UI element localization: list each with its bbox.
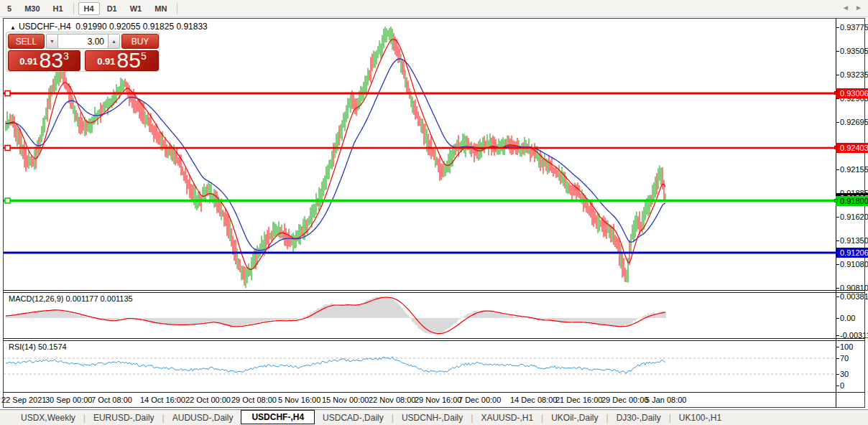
price-axis-tick: 0.92695 (840, 118, 868, 126)
sell-button[interactable]: SELL (8, 34, 45, 49)
price-axis-tick: 0.93505 (840, 47, 868, 55)
chart-tab-dj30-daily[interactable]: DJ30-,Daily (609, 411, 669, 424)
rsi-axis-tick: 100 (840, 342, 868, 351)
rsi-indicator-label: RSI(14) 50.1574 (9, 342, 67, 351)
date-axis-label: 22 Nov 08:00 (369, 396, 415, 404)
date-axis-label: 5 Jan 08:00 (645, 396, 687, 404)
chart-symbol: USDCHF-,H4 (19, 22, 71, 32)
date-axis-label: 15 Nov 00:00 (322, 396, 369, 404)
date-axis-label: 5 Nov 16:00 (278, 396, 320, 404)
chart-tab-ukoil-daily[interactable]: UKOil-,Daily (543, 411, 606, 424)
chart-tab-uk100-h1[interactable]: UK100-,H1 (671, 411, 729, 424)
price-axis-tick: 0.91620 (840, 212, 868, 221)
date-axis-label: 22 Oct 00:00 (185, 396, 231, 404)
date-axis-label: 7 Dec 00:00 (458, 396, 501, 404)
price-tag-0.91800: 0.91800 (836, 196, 868, 206)
buy-button[interactable]: BUY (121, 34, 159, 49)
date-axis-label: 29 Oct 08:00 (231, 396, 277, 404)
chart-tab-eurusd-daily[interactable]: EURUSD-,Daily (86, 411, 162, 424)
sell-price-sup: 3 (63, 50, 69, 62)
buy-price-button[interactable]: 0.91 85 5 (85, 50, 159, 71)
date-axis-label: 21 Dec 16:00 (555, 396, 602, 404)
price-axis-tick: 0.90810 (840, 284, 868, 292)
price-axis-tick: 0.92155 (840, 165, 868, 174)
timeframe-toolbar: 5M30H1H4D1W1MN (0, 0, 868, 17)
sell-price-prefix: 0.91 (19, 56, 37, 67)
timeframe-button-mn[interactable]: MN (149, 2, 172, 15)
volume-input[interactable] (58, 34, 108, 49)
price-tag-0.92403: 0.92403 (836, 143, 868, 153)
date-axis-label: 30 Sep 00:00 (45, 396, 92, 404)
chart-tab-usdcnh-daily[interactable]: USDCNH-,Daily (394, 411, 471, 424)
macd-axis-tick: 0.00 (840, 314, 868, 322)
one-click-trading-panel: SELL ▼ ▲ BUY 0.91 83 3 0.91 85 5 (6, 32, 160, 72)
volume-increase-button[interactable]: ▲ (108, 34, 120, 49)
chart-tab-xauusd-h1[interactable]: XAUUSD-,H1 (473, 411, 541, 424)
chart-window (3, 18, 865, 408)
line-anchor-icon (834, 146, 838, 149)
timeframe-button-d1[interactable]: D1 (101, 2, 123, 15)
timeframe-button-h4[interactable]: H4 (78, 2, 100, 15)
price-tag-0.93006: 0.93006 (836, 88, 868, 98)
timeframe-button-m30[interactable]: M30 (19, 2, 45, 15)
date-axis-label: 14 Dec 08:00 (510, 396, 557, 404)
collapse-triangle-icon[interactable]: ▲ (10, 24, 16, 31)
tab-scroll-right-icon[interactable]: ► (855, 4, 862, 11)
rsi-axis-tick: 70 (840, 354, 868, 363)
macd-axis-tick: 0.003811 (840, 292, 868, 301)
date-axis-label: 29 Nov 16:00 (415, 396, 461, 404)
price-axis-tick: 0.93775 (840, 23, 868, 32)
macd-axis-tick: -0.003115 (840, 331, 868, 340)
chart-ohlc-values: 0.91990 0.92055 0.91825 0.91833 (75, 22, 208, 32)
date-axis-label: 7 Oct 08:00 (91, 396, 132, 404)
date-axis-label: 22 Sep 2021 (1, 396, 46, 404)
buy-price-prefix: 0.91 (97, 56, 115, 67)
timeframe-button-w1[interactable]: W1 (124, 2, 148, 15)
chart-tab-bar: USDX,Weekly|EURUSD-,Daily|AUDUSD-,DailyU… (0, 409, 868, 425)
macd-indicator-label: MACD(12,26,9) 0.001177 0.001135 (9, 294, 133, 303)
timeframe-button-h1[interactable]: H1 (47, 2, 69, 15)
price-tag-0.91206: 0.91206 (836, 248, 868, 258)
buy-price-big: 85 (117, 51, 141, 70)
volume-decrease-button[interactable]: ▼ (46, 34, 58, 49)
timeframe-button-5[interactable]: 5 (1, 2, 17, 15)
price-axis-tick: 0.93235 (840, 70, 868, 79)
sell-price-button[interactable]: 0.91 83 3 (8, 50, 80, 71)
chart-tab-audusd-daily[interactable]: AUDUSD-,Daily (165, 411, 241, 424)
rsi-axis-tick: 30 (840, 370, 868, 378)
chart-tab-usdchf-h4[interactable]: USDCHF-,H4 (241, 410, 315, 424)
tab-scroll-left-icon[interactable]: ◄ (842, 4, 849, 11)
line-anchor-icon (834, 91, 838, 95)
price-axis-tick: 0.91080 (840, 260, 868, 268)
buy-price-sup: 5 (141, 50, 147, 62)
sell-price-big: 83 (40, 51, 63, 70)
mt4-terminal: 5M30H1H4D1W1MN ▲USDCHF-,H4 0.91990 0.920… (0, 0, 868, 425)
price-axis-tick: 0.91350 (840, 236, 868, 245)
line-anchor-icon (834, 199, 838, 202)
rsi-axis-tick: 0 (840, 381, 868, 390)
toolbar-separator (177, 3, 177, 14)
date-axis-label: 14 Oct 16:00 (140, 396, 185, 404)
date-axis-label: 29 Dec 00:00 (601, 396, 648, 404)
volume-spinner: ▼ ▲ (46, 34, 120, 49)
chart-tab-usdcad-daily[interactable]: USDCAD-,Daily (315, 411, 392, 424)
toolbar-separator (73, 3, 74, 14)
chart-title: ▲USDCHF-,H4 0.91990 0.92055 0.91825 0.91… (10, 22, 208, 32)
chart-tab-usdx-weekly[interactable]: USDX,Weekly (13, 411, 83, 424)
